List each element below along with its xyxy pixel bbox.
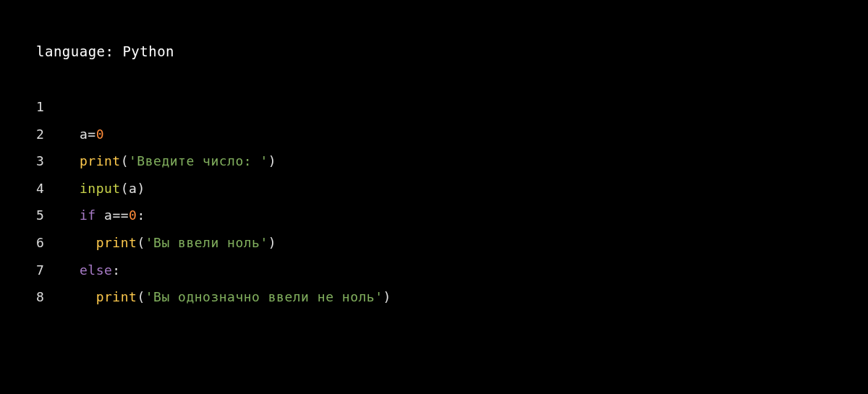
line-number: 3 — [36, 153, 80, 169]
token-operator: = — [88, 127, 95, 142]
code-content: if a==0: — [80, 207, 145, 223]
token-punct: ( — [121, 181, 129, 196]
token-punct: ( — [137, 289, 145, 304]
code-line: 4 input(a) — [36, 181, 832, 197]
line-number: 7 — [36, 262, 80, 278]
code-line: 7 else: — [36, 262, 832, 278]
code-content: print('Вы ввели ноль') — [80, 235, 276, 251]
code-line: 6 print('Вы ввели ноль') — [36, 235, 832, 251]
language-label: language: — [36, 43, 122, 59]
token-keyword: if — [80, 207, 96, 223]
token-punct: ) — [137, 181, 145, 196]
token-function: input — [80, 181, 121, 196]
code-line: 3 print('Введите число: ') — [36, 153, 832, 169]
line-number: 5 — [36, 207, 80, 223]
token-punct: : — [112, 262, 120, 278]
token-punct: ) — [268, 153, 276, 168]
token-punct: ) — [268, 235, 276, 250]
code-line: 1 — [36, 99, 832, 115]
token-number: 0 — [129, 207, 137, 223]
code-content: a=0 — [80, 127, 104, 142]
code-content: else: — [80, 262, 121, 278]
token-string: 'Введите число: ' — [129, 153, 268, 168]
token-variable: a — [129, 181, 137, 196]
token-space — [96, 207, 104, 223]
line-number: 2 — [36, 127, 80, 142]
line-number: 8 — [36, 289, 80, 305]
token-punct: ( — [121, 153, 129, 168]
code-line: 5 if a==0: — [36, 207, 832, 223]
line-number: 6 — [36, 235, 80, 251]
code-line: 8 print('Вы однозначно ввели не ноль') — [36, 289, 832, 305]
language-value: Python — [122, 43, 174, 59]
code-content: input(a) — [80, 181, 145, 197]
token-keyword: else — [80, 262, 112, 278]
token-function: print — [96, 289, 137, 304]
token-punct: : — [137, 207, 145, 223]
line-number: 1 — [36, 99, 80, 115]
token-string: 'Вы однозначно ввели не ноль' — [145, 289, 383, 304]
code-line: 2 a=0 — [36, 127, 832, 142]
token-indent — [80, 235, 96, 250]
code-content: print('Вы однозначно ввели не ноль') — [80, 289, 391, 305]
code-content: print('Введите число: ') — [80, 153, 276, 169]
code-block: 1 2 a=0 3 print('Введите число: ') 4 inp… — [36, 99, 832, 305]
token-variable: a — [104, 207, 112, 223]
token-indent — [80, 289, 96, 304]
token-variable: a — [80, 127, 88, 142]
token-number: 0 — [96, 127, 104, 142]
line-number: 4 — [36, 181, 80, 197]
token-function: print — [96, 235, 137, 250]
language-header: language: Python — [36, 43, 832, 59]
token-operator: == — [112, 207, 129, 223]
token-punct: ) — [383, 289, 391, 304]
token-function: print — [80, 153, 121, 168]
token-punct: ( — [137, 235, 145, 250]
token-string: 'Вы ввели ноль' — [145, 235, 268, 250]
